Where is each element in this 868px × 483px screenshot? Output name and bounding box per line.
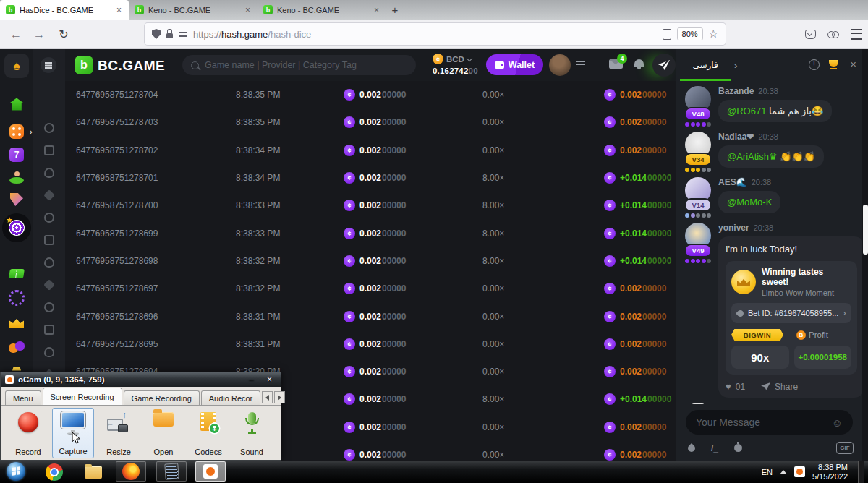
rain-icon[interactable] (686, 443, 697, 453)
permissions-icon[interactable] (179, 31, 187, 38)
user-avatar[interactable] (549, 54, 571, 76)
bet-row[interactable]: 647769587512786978:38:32 PM¢0.002000000.… (65, 275, 676, 302)
sidebar-item-ticket[interactable] (8, 265, 25, 282)
category-icon[interactable] (44, 123, 54, 133)
bell-icon[interactable] (634, 59, 644, 67)
ocam-tab-game-recording[interactable]: Game Recording (124, 390, 200, 405)
scrollbar-thumb[interactable] (863, 205, 868, 255)
share-label[interactable]: Share (775, 382, 798, 392)
bet-row[interactable]: 647769587512787038:38:35 PM¢0.002000000.… (65, 108, 676, 136)
taskbar-clock[interactable]: 8:38 PM 5/15/2022 (812, 463, 851, 482)
sidebar-item-ring[interactable] (8, 289, 25, 307)
lock-icon[interactable] (166, 33, 173, 38)
back-icon[interactable]: ← (7, 20, 25, 49)
coin-flip-icon[interactable] (734, 444, 742, 452)
close-icon[interactable]: × (263, 375, 276, 385)
zoom-level[interactable]: 80% (677, 27, 703, 40)
ocam-sound-button[interactable]: Sound (231, 408, 273, 458)
forward-icon[interactable]: → (30, 20, 48, 49)
category-icon[interactable] (44, 235, 54, 245)
ocam-resize-button[interactable]: ↑←Resize (98, 408, 140, 458)
ocam-open-button[interactable]: Open (142, 408, 184, 458)
pocket-icon[interactable] (801, 20, 819, 49)
chat-message-input[interactable]: Your Message ☺ (686, 410, 853, 435)
sidebar-item-relax[interactable] (8, 168, 25, 186)
spade-logo-icon[interactable]: ♠ (4, 54, 29, 78)
chat-language-tab[interactable]: فارسی (680, 49, 731, 81)
chat-rules-icon[interactable]: ! (809, 59, 820, 70)
ocam-record-button[interactable]: Record (7, 408, 49, 458)
bet-row[interactable]: 647769587512787018:38:34 PM¢0.002000008.… (65, 164, 676, 192)
category-icon[interactable] (44, 213, 54, 223)
menu-hamburger-icon[interactable] (848, 20, 865, 49)
share-icon[interactable] (761, 382, 770, 390)
chat-close-icon[interactable]: × (850, 58, 856, 70)
chat-username[interactable]: AES🌊 (718, 177, 747, 187)
browser-tab[interactable]: bKeno - BC.GAME× (258, 0, 386, 20)
taskbar-ocam-button[interactable] (195, 461, 226, 482)
messages-button[interactable]: 4 (609, 59, 623, 69)
category-icon[interactable] (44, 302, 54, 312)
bet-row[interactable]: 647769587512787048:38:35 PM¢0.002000000.… (65, 81, 676, 108)
emoji-icon[interactable]: ☺ (832, 416, 843, 429)
chat-username[interactable]: Bazande (718, 86, 754, 96)
gif-icon[interactable]: GIF (836, 442, 854, 454)
ocam-capture-button[interactable]: Capture (52, 408, 94, 458)
mention-link[interactable]: @MoMo-K (727, 197, 772, 208)
ocam-tray-icon[interactable] (794, 466, 805, 477)
tab-close-icon[interactable]: × (244, 5, 252, 15)
chat-toggle-button[interactable] (652, 54, 676, 77)
shield-icon[interactable] (152, 29, 161, 39)
bookmark-star-icon[interactable]: ☆ (709, 27, 718, 40)
browser-tab[interactable]: bKeno - BC.GAME× (129, 0, 258, 20)
category-icon[interactable] (44, 168, 54, 178)
url-bar[interactable]: https://hash.game/hash-dice 80% ☆ (145, 23, 726, 45)
category-icon[interactable] (44, 325, 54, 335)
minimize-icon[interactable]: – (244, 375, 258, 385)
currency-selector[interactable]: ¢ BCD 0.16274200 (433, 54, 483, 75)
sidebar-item-home[interactable] (8, 95, 25, 113)
ocam-titlebar[interactable]: oCam (0, 9, 1364, 759) – × (1, 372, 281, 387)
bet-row[interactable]: 647769587512786968:38:31 PM¢0.002000000.… (65, 302, 676, 330)
category-icon[interactable] (43, 189, 55, 201)
tab-scroll-left-icon[interactable] (262, 391, 273, 403)
tab-scroll-right-icon[interactable] (274, 391, 285, 403)
brand-title[interactable]: BC.GAME (98, 58, 165, 74)
sidebar-item-slots[interactable]: 7 (8, 146, 25, 163)
show-desktop-button[interactable] (858, 461, 864, 483)
sidebar-item-crown[interactable] (8, 315, 25, 332)
tab-close-icon[interactable]: × (115, 5, 123, 15)
category-icon[interactable] (44, 257, 54, 268)
chat-username[interactable]: Nadiaa❤ (718, 132, 754, 142)
taskbar-chrome-icon[interactable] (45, 463, 64, 482)
sidebar-item-tags[interactable] (8, 191, 25, 208)
ocam-codecs-button[interactable]: +Codecs (187, 408, 229, 458)
category-icon[interactable] (43, 279, 55, 291)
taskbar-explorer-icon[interactable] (84, 463, 103, 482)
category-icon[interactable] (44, 347, 54, 357)
browser-tab[interactable]: bHasDice - BC.GAME× (0, 0, 129, 20)
bet-row[interactable]: 647769587512786988:38:32 PM¢0.002000008.… (65, 247, 676, 275)
mention-link[interactable]: @RO671 (727, 106, 766, 116)
bcgame-logo-icon[interactable]: b (75, 56, 93, 74)
scrollbar-track[interactable] (862, 49, 868, 461)
start-button[interactable] (7, 462, 25, 481)
taskbar-notepad-button[interactable] (156, 461, 187, 482)
chevron-right-icon[interactable]: › (734, 60, 737, 71)
mention-link[interactable]: @AriAtish♛ (727, 151, 778, 162)
bet-row[interactable]: 647769587512787028:38:34 PM¢0.002000000.… (65, 137, 676, 164)
tray-expand-icon[interactable] (780, 470, 787, 474)
sidebar-item-darts[interactable] (8, 219, 25, 236)
tab-close-icon[interactable]: × (373, 5, 380, 15)
reader-mode-icon[interactable] (663, 29, 671, 40)
trophy-icon[interactable] (829, 60, 838, 67)
ocam-tab-screen-recording[interactable]: Screen Recording (43, 388, 122, 405)
category-icon[interactable] (44, 145, 54, 155)
extensions-icon[interactable] (825, 20, 842, 49)
taskbar-firefox-button[interactable] (116, 461, 146, 482)
new-tab-button[interactable]: + (386, 0, 404, 20)
bet-id-link[interactable]: Bet ID: #619674058955...› (731, 303, 851, 323)
slash-command-icon[interactable]: /_ (711, 443, 718, 453)
sidebar-toggle-icon[interactable] (41, 57, 56, 73)
reload-icon[interactable]: ↻ (55, 20, 72, 49)
